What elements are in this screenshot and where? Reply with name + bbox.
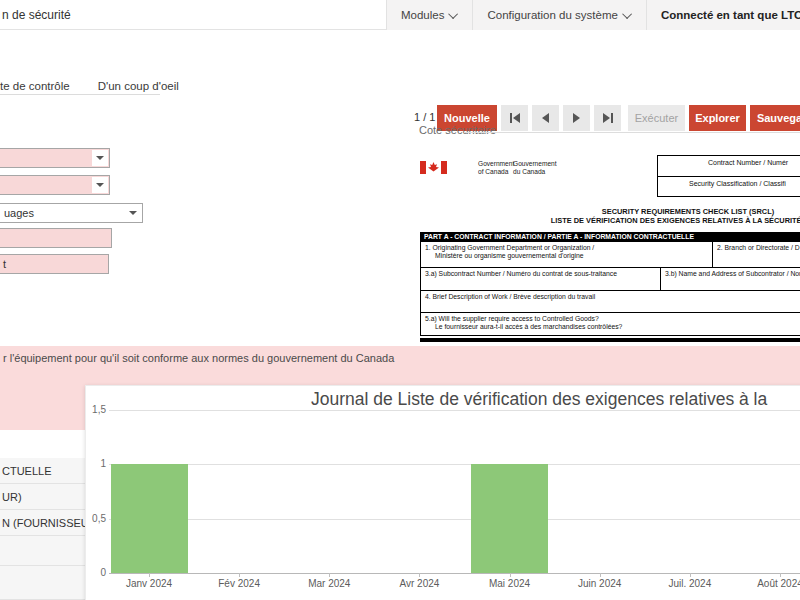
combo-value: uages [4,207,34,219]
first-icon [510,113,512,123]
security-rating-legend: Cote sécuritaire [419,124,496,136]
app-title: n de sécurité [2,8,71,22]
compliance-alert-text: r l'équipement pour qu'il soit conforme … [3,352,394,364]
languages-combo[interactable]: uages [0,203,143,223]
dropdown-button[interactable] [92,150,108,166]
menu-user-label: Connecté en tant que LTOURVILLE [661,9,800,21]
chart-x-label: Mai 2024 [470,578,550,589]
last-record-button[interactable] [594,105,621,131]
question-5a-cell: 5.a) Will the supplier require access to… [421,313,622,335]
chart-x-label: Juil. 2024 [650,578,730,589]
security-classification-cell: Security Classification / Classifi [658,177,800,198]
chart-x-label: Avr 2024 [379,578,459,589]
chart-x-label: Mar 2024 [289,578,369,589]
question-4-cell: 4. Brief Description of Work / Brève des… [421,291,595,312]
top-menu: Modules Configuration du système Connect… [386,0,800,30]
chart-y-tick-label: 0,5 [86,513,106,524]
question-3b-cell: 3.b) Name and Address of Subcontrator / … [661,268,800,290]
text-input-4[interactable] [0,228,112,248]
document-title-en: SECURITY REQUIREMENTS CHECK LIST (SRCL) [420,207,800,216]
document-title-fr: LISTE DE VÉRIFICATION DES EXIGENCES RELA… [420,216,800,225]
chart-gridline [109,573,800,574]
security-combo-1[interactable] [0,148,110,168]
document-row-3: 4. Brief Description of Work / Brève des… [420,291,800,313]
first-record-button[interactable] [501,105,528,131]
chevron-down-icon [449,9,459,19]
document-title: SECURITY REQUIREMENTS CHECK LIST (SRCL) … [420,207,800,225]
chart-x-tick [329,573,330,577]
part-b-header-sliver [420,338,800,342]
question-3a-cell: 3.a) Subcontract Number / Numéro du cont… [421,268,661,290]
chart-x-tick [239,573,240,577]
previous-record-button[interactable] [532,105,559,131]
logo-text-fr: Gouvernementdu Canada [513,160,557,175]
chart-y-tick-label: 0 [86,567,106,578]
input-value: t [3,258,6,270]
contract-info-box: Contract Number / Numér Security Classif… [657,155,800,197]
menu-logged-in-user[interactable]: Connecté en tant que LTOURVILLE [646,0,800,30]
menu-modules[interactable]: Modules [386,0,472,30]
chart-gridline [109,464,800,465]
chart-x-label: Janv 2024 [109,578,189,589]
chart-bar-Janv 2024 [111,464,188,573]
next-icon [573,113,580,123]
last-icon [611,113,613,123]
chart-x-label: Fév 2024 [199,578,279,589]
chart-plot: 00,511,5Janv 2024Fév 2024Mar 2024Avr 202… [86,386,800,600]
chart-x-tick [780,573,781,577]
security-combo-2[interactable] [0,175,110,195]
question-2-cell: 2. Branch or Directorate / D [713,242,800,267]
chart-y-tick-label: 1,5 [86,404,106,415]
first-icon [513,113,520,123]
save-button[interactable]: Sauvegard [750,105,800,131]
logo-text-en: Governmentof Canada [478,160,514,175]
previous-icon [542,113,549,123]
chevron-down-icon [96,156,104,160]
page: { "colors":{ "accent_red":"#cb4631", "pi… [0,0,800,600]
document-row-4: 5.a) Will the supplier require access to… [420,313,800,336]
chevron-down-icon [129,211,137,215]
chevron-down-icon [96,183,104,187]
chart-bar-Mai 2024 [471,464,548,573]
chart-gridline [109,519,800,520]
record-pager: 1 / 1 [414,111,435,123]
fieldset-line [464,132,800,133]
chart-x-tick [419,573,420,577]
chart-x-tick [149,573,150,577]
next-record-button[interactable] [563,105,590,131]
contract-number-cell: Contract Number / Numér [658,156,800,177]
menu-modules-label: Modules [401,9,444,21]
menu-system-config-label: Configuration du système [487,9,617,21]
dropdown-button[interactable] [125,205,141,221]
document-row-1: 1. Originating Government Department or … [420,242,800,268]
chart-x-tick [690,573,691,577]
document-row-2: 3.a) Subcontract Number / Numéro du cont… [420,268,800,291]
chart-gridline [109,410,800,411]
chart-x-tick [600,573,601,577]
chart-y-tick-label: 1 [86,458,106,469]
chevron-down-icon [622,9,632,19]
menu-system-config[interactable]: Configuration du système [472,0,645,30]
chart-x-tick [510,573,511,577]
text-input-5[interactable]: t [0,254,109,274]
execute-button[interactable]: Exécuter [628,105,685,131]
chart-x-label: Août 2024 [740,578,800,589]
srcl-journal-chart-card: Journal de Liste de vérification des exi… [85,385,800,600]
canada-flag-icon [420,160,447,178]
explore-button[interactable]: Explorer [689,105,746,131]
part-a-header: PART A - CONTRACT INFORMATION / PARTIE A… [420,232,800,242]
dropdown-button[interactable] [92,177,108,193]
question-1-cell: 1. Originating Government Department or … [421,242,713,267]
chart-x-label: Juin 2024 [560,578,640,589]
last-icon [603,113,610,123]
tab-underline [0,94,160,95]
